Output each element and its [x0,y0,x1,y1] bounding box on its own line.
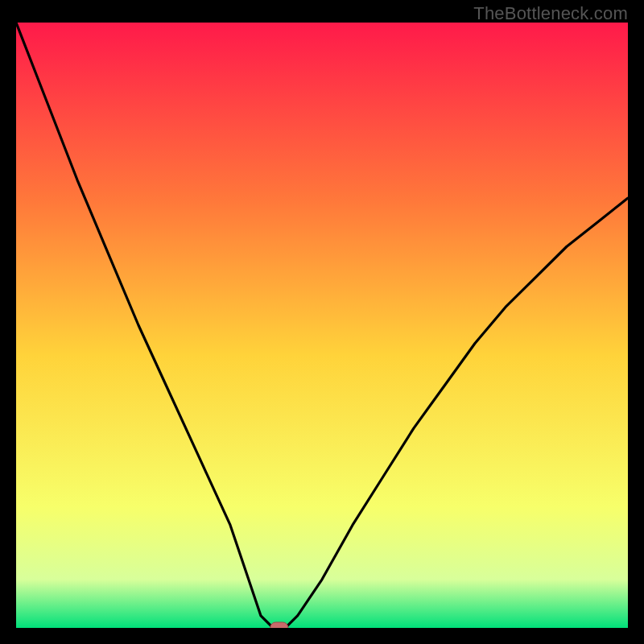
chart-svg [16,23,628,628]
svg-rect-0 [16,23,628,628]
watermark-text: TheBottleneck.com [473,3,628,24]
bottleneck-chart [16,23,628,628]
chart-frame: TheBottleneck.com [0,0,644,644]
svg-rect-1 [270,622,288,628]
